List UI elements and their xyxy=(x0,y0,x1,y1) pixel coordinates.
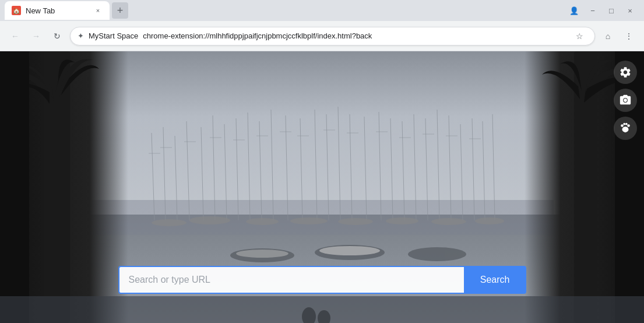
paw-icon-button[interactable] xyxy=(614,117,637,140)
home-button[interactable]: ⌂ xyxy=(600,28,616,44)
svg-point-77 xyxy=(627,124,630,127)
title-bar-left: 🏠 New Tab × + xyxy=(5,1,565,20)
sky xyxy=(0,51,644,201)
url-text: chrome-extension://mlhhfidppjpaifjcnjpbm… xyxy=(143,31,566,40)
search-area: Search xyxy=(118,266,526,294)
forward-button[interactable]: → xyxy=(28,28,44,44)
settings-icon xyxy=(619,66,632,79)
new-tab-button[interactable]: + xyxy=(112,2,128,19)
extension-name: MyStart Space xyxy=(89,31,138,40)
address-actions: ☆ xyxy=(571,28,587,44)
menu-button[interactable]: ⋮ xyxy=(621,28,637,44)
main-content: Search xyxy=(0,51,644,323)
back-button[interactable]: ← xyxy=(7,28,23,44)
settings-icon-button[interactable] xyxy=(614,61,637,84)
title-bar-controls: 👤 − □ × xyxy=(567,3,639,17)
search-button[interactable]: Search xyxy=(464,266,526,294)
extension-icon: ✦ xyxy=(78,31,84,40)
camera-icon xyxy=(619,94,632,107)
bookmark-button[interactable]: ☆ xyxy=(571,28,587,44)
search-input[interactable] xyxy=(118,266,464,294)
tab-close-button[interactable]: × xyxy=(93,6,103,15)
side-icons xyxy=(614,61,637,140)
title-bar: 🏠 New Tab × + 👤 − □ × xyxy=(0,0,644,21)
camera-icon-button[interactable] xyxy=(614,89,637,112)
paw-icon xyxy=(619,122,632,135)
close-window-button[interactable]: × xyxy=(623,3,637,17)
svg-point-75 xyxy=(623,123,625,125)
svg-point-74 xyxy=(621,124,624,127)
profile-button[interactable]: 👤 xyxy=(567,3,581,17)
tab-title: New Tab xyxy=(26,6,89,15)
maximize-button[interactable]: □ xyxy=(604,3,618,17)
address-field[interactable]: ✦ MyStart Space chrome-extension://mlhhf… xyxy=(70,27,595,45)
active-tab[interactable]: 🏠 New Tab × xyxy=(5,1,110,20)
svg-point-76 xyxy=(625,123,628,125)
svg-point-72 xyxy=(624,99,627,101)
address-bar: ← → ↻ ✦ MyStart Space chrome-extension:/… xyxy=(0,21,644,51)
reload-button[interactable]: ↻ xyxy=(49,28,65,44)
svg-point-73 xyxy=(628,97,629,99)
tab-favicon: 🏠 xyxy=(12,6,21,15)
minimize-button[interactable]: − xyxy=(586,3,600,17)
